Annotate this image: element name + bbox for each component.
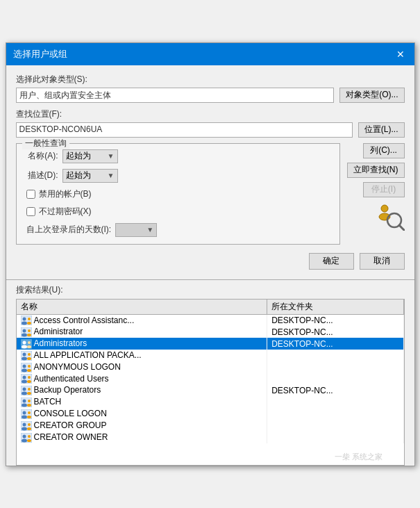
svg-point-47 — [28, 411, 31, 414]
svg-point-28 — [27, 369, 31, 372]
row-folder: DESKTOP-NC... — [267, 314, 403, 326]
row-name: Access Control Assistanc... — [17, 314, 267, 326]
svg-point-56 — [22, 439, 27, 442]
name-dropdown-value: 起始为 — [66, 150, 91, 162]
table-row[interactable]: AdministratorDESKTOP-NC... — [17, 326, 404, 338]
svg-point-45 — [22, 411, 26, 414]
select-user-dialog: 选择用户或组 ✕ 选择此对象类型(S): 用户、组或内置安全主体 对象类型(O)… — [6, 42, 415, 466]
svg-point-5 — [22, 318, 26, 321]
table-row[interactable]: Access Control Assistanc...DESKTOP-NC... — [17, 314, 404, 326]
location-input: DESKTOP-NCON6UA — [16, 122, 353, 138]
svg-line-3 — [399, 225, 404, 230]
location-section: 查找位置(F): DESKTOP-NCON6UA 位置(L)... — [16, 108, 405, 138]
desc-query-label: 描述(D): — [24, 170, 58, 181]
svg-point-35 — [22, 388, 26, 391]
table-row[interactable]: Backup OperatorsDESKTOP-NC... — [17, 384, 404, 396]
svg-point-18 — [27, 345, 31, 348]
svg-point-52 — [28, 423, 31, 426]
cancel-button[interactable]: 取消 — [360, 253, 405, 270]
search-magnifier-icon — [376, 202, 405, 231]
desc-dropdown[interactable]: 起始为 ▼ — [62, 169, 118, 183]
table-row[interactable]: ALL APPLICATION PACKA... — [17, 350, 404, 361]
col-button[interactable]: 列(C)... — [363, 143, 405, 158]
search-now-button[interactable]: 立即查找(N) — [347, 163, 405, 178]
name-query-label: 名称(A): — [24, 150, 58, 162]
disabled-accounts-checkbox[interactable] — [26, 190, 35, 199]
object-type-row: 用户、组或内置安全主体 对象类型(O)... — [16, 88, 405, 103]
svg-point-15 — [22, 341, 26, 344]
svg-point-53 — [27, 427, 31, 430]
days-row: 自上次登录后的天数(I): ▼ — [24, 223, 333, 237]
group-box-title: 一般性查询 — [22, 138, 69, 149]
svg-point-11 — [22, 334, 27, 337]
right-buttons: 列(C)... 立即查找(N) 停止(I) — [347, 143, 405, 245]
svg-point-22 — [28, 353, 31, 356]
row-name: CONSOLE LOGON — [17, 408, 267, 420]
table-row[interactable]: Authenticated Users — [17, 373, 404, 385]
svg-point-57 — [28, 435, 31, 438]
svg-point-48 — [27, 416, 31, 418]
table-row[interactable]: BATCH — [17, 396, 404, 408]
no-expire-pwd-row: 不过期密码(X) — [24, 206, 333, 218]
ok-button[interactable]: 确定 — [309, 253, 354, 270]
col-folder-header: 所在文件夹 — [267, 300, 403, 315]
svg-point-42 — [28, 400, 31, 402]
row-name: Authenticated Users — [17, 373, 267, 385]
table-row[interactable]: ANONYMOUS LOGON — [17, 361, 404, 373]
desc-dropdown-arrow: ▼ — [108, 172, 115, 179]
row-folder — [267, 432, 403, 443]
dialog-title: 选择用户或组 — [13, 48, 67, 60]
object-type-label: 选择此对象类型(S): — [16, 74, 405, 85]
stop-button[interactable]: 停止(I) — [363, 182, 405, 197]
days-dropdown-arrow: ▼ — [146, 226, 153, 233]
svg-point-30 — [22, 376, 26, 379]
object-type-button[interactable]: 对象类型(O)... — [339, 88, 404, 103]
svg-point-13 — [27, 334, 31, 336]
svg-point-16 — [22, 345, 27, 348]
svg-point-27 — [28, 365, 31, 368]
row-name: Administrator — [17, 326, 267, 338]
days-label: 自上次登录后的天数(I): — [26, 224, 112, 236]
name-dropdown[interactable]: 起始为 ▼ — [62, 149, 118, 163]
svg-point-40 — [22, 400, 26, 403]
row-folder — [267, 396, 403, 408]
query-panel: 一般性查询 名称(A): 起始为 ▼ 描述(D): — [16, 143, 405, 245]
name-query-row: 名称(A): 起始为 ▼ — [24, 149, 333, 163]
table-row[interactable]: AdministratorsDESKTOP-NC... — [17, 338, 404, 350]
ok-cancel-row: 确定 取消 — [16, 253, 405, 270]
row-folder — [267, 350, 403, 361]
svg-point-0 — [381, 205, 388, 212]
watermark: 一柴 系统之家 — [335, 452, 383, 462]
close-button[interactable]: ✕ — [394, 47, 408, 61]
row-name: Backup Operators — [17, 384, 267, 396]
row-folder — [267, 361, 403, 373]
desc-query-row: 描述(D): 起始为 ▼ — [24, 169, 333, 183]
row-folder — [267, 420, 403, 432]
location-label: 查找位置(F): — [16, 108, 405, 120]
svg-point-8 — [27, 322, 31, 325]
row-folder: DESKTOP-NC... — [267, 384, 403, 396]
days-dropdown[interactable]: ▼ — [115, 223, 157, 237]
search-icon-area — [376, 202, 405, 233]
title-bar: 选择用户或组 ✕ — [6, 43, 414, 65]
svg-point-6 — [22, 322, 27, 325]
table-row[interactable]: CREATOR OWNER — [17, 432, 404, 443]
table-row[interactable]: CONSOLE LOGON — [17, 408, 404, 420]
object-type-input: 用户、组或内置安全主体 — [16, 88, 335, 103]
dialog-body: 选择此对象类型(S): 用户、组或内置安全主体 对象类型(O)... 查找位置(… — [6, 65, 414, 278]
location-button[interactable]: 位置(L)... — [358, 122, 405, 138]
object-type-section: 选择此对象类型(S): 用户、组或内置安全主体 对象类型(O)... — [16, 74, 405, 103]
row-folder — [267, 373, 403, 385]
row-name: CREATOR OWNER — [17, 432, 267, 443]
svg-point-38 — [27, 392, 31, 395]
svg-point-32 — [28, 376, 31, 379]
svg-point-43 — [27, 404, 31, 407]
results-table-container[interactable]: 名称 所在文件夹 Access Control Assistanc...DESK… — [16, 299, 405, 466]
svg-point-7 — [28, 318, 31, 320]
results-section: 搜索结果(U): 名称 所在文件夹 Access Control Assista… — [6, 279, 414, 466]
row-folder: DESKTOP-NC... — [267, 338, 403, 350]
disabled-accounts-row: 禁用的帐户(B) — [24, 188, 333, 200]
no-expire-pwd-checkbox[interactable] — [26, 207, 35, 216]
table-row[interactable]: CREATOR GROUP — [17, 420, 404, 432]
svg-point-41 — [22, 404, 27, 407]
